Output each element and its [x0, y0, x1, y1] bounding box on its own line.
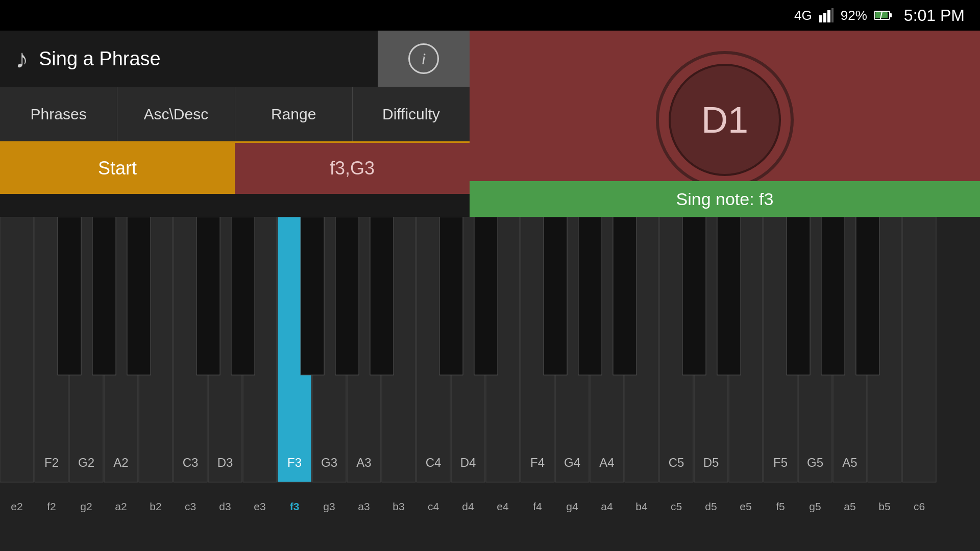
- signal-icon: [819, 8, 834, 22]
- bottom-label-d3: d3: [219, 500, 231, 512]
- piano-key-f#5[interactable]: [787, 217, 810, 375]
- status-icons: 4G 92% 5:01 PM: [794, 6, 965, 25]
- piano-area: // This will be rendered below via JS F2…: [0, 217, 980, 551]
- bottom-label-e4: e4: [497, 500, 509, 512]
- bottom-label-f5: f5: [776, 500, 785, 512]
- tab-difficulty[interactable]: Difficulty: [353, 87, 470, 141]
- svg-rect-5: [890, 13, 892, 17]
- bottom-label-e2: e2: [11, 500, 22, 512]
- bottom-label-f3: f3: [290, 500, 300, 512]
- status-bar: 4G 92% 5:01 PM: [0, 0, 980, 31]
- info-icon: i: [408, 43, 439, 74]
- start-button[interactable]: Start: [0, 143, 235, 194]
- bottom-label-b5: b5: [878, 500, 890, 512]
- phrase-display: f3,G3: [235, 143, 470, 194]
- key-label-a4: A4: [599, 456, 614, 469]
- key-label-a2: A2: [113, 456, 128, 469]
- piano-key-d#5[interactable]: [717, 217, 741, 375]
- app-title: Sing a Phrase: [39, 48, 161, 70]
- tab-phrases[interactable]: Phrases: [0, 87, 117, 141]
- key-label-g4: G4: [564, 456, 580, 469]
- piano-keyboard: // This will be rendered below via JS F2…: [0, 217, 980, 523]
- key-label-c3: C3: [183, 456, 199, 469]
- bottom-label-a3: a3: [358, 500, 370, 512]
- piano-key-g#5[interactable]: [821, 217, 845, 375]
- bottom-label-b3: b3: [393, 500, 404, 512]
- control-row: Start f3,G3: [0, 143, 470, 194]
- piano-key-c#4[interactable]: [439, 217, 463, 375]
- key-label-f4: F4: [530, 456, 545, 469]
- piano-key-c#3[interactable]: [197, 217, 220, 375]
- piano-key-e2[interactable]: [0, 217, 34, 482]
- key-label-a3: A3: [356, 456, 371, 469]
- piano-key-g#3[interactable]: [335, 217, 359, 375]
- bottom-label-d5: d5: [705, 500, 717, 512]
- bottom-label-e5: e5: [740, 500, 751, 512]
- sing-note-text: Sing note: f3: [676, 189, 774, 209]
- key-label-f2: F2: [44, 456, 59, 469]
- bottom-label-a5: a5: [844, 500, 855, 512]
- piano-key-a#3[interactable]: [370, 217, 394, 375]
- bottom-label-a2: a2: [115, 500, 127, 512]
- bottom-label-f4: f4: [533, 500, 542, 512]
- bottom-label-g2: g2: [80, 500, 92, 512]
- svg-rect-1: [823, 13, 826, 22]
- piano-key-a#4[interactable]: [613, 217, 636, 375]
- d1-inner: D1: [669, 64, 781, 176]
- sing-note-bar: Sing note: f3: [470, 181, 980, 217]
- phrase-text: f3,G3: [330, 158, 375, 179]
- bottom-label-b2: b2: [150, 500, 161, 512]
- network-indicator: 4G: [794, 8, 812, 23]
- bottom-label-c3: c3: [185, 500, 196, 512]
- piano-key-f#3[interactable]: [301, 217, 324, 375]
- piano-key-g#2[interactable]: [92, 217, 116, 375]
- bottom-label-g4: g4: [566, 500, 578, 512]
- svg-rect-2: [827, 10, 830, 22]
- bottom-label-f2: f2: [47, 500, 56, 512]
- bottom-label-e3: e3: [254, 500, 265, 512]
- key-label-c4: C4: [426, 456, 442, 469]
- battery-icon: [874, 10, 892, 20]
- svg-rect-3: [831, 8, 834, 22]
- nav-tabs: Phrases Asc\Desc Range Difficulty: [0, 87, 470, 143]
- music-icon: ♪: [15, 43, 29, 74]
- piano-key-a#2[interactable]: [127, 217, 151, 375]
- svg-rect-0: [819, 15, 822, 22]
- bottom-label-c4: c4: [428, 500, 439, 512]
- info-button[interactable]: i: [378, 31, 470, 87]
- key-label-f5: F5: [773, 456, 788, 469]
- bottom-label-g5: g5: [809, 500, 821, 512]
- bottom-label-c5: c5: [671, 500, 682, 512]
- bottom-label-g3: g3: [323, 500, 335, 512]
- d1-circle: D1: [656, 51, 794, 189]
- key-label-d5: D5: [703, 456, 719, 469]
- bottom-label-b4: b4: [635, 500, 648, 512]
- clock: 5:01 PM: [904, 6, 965, 25]
- note-display: D1: [701, 99, 748, 141]
- key-label-g3: G3: [321, 456, 337, 469]
- piano-key-d#3[interactable]: [231, 217, 255, 375]
- key-label-d3: D3: [217, 456, 233, 469]
- piano-key-c#5[interactable]: [682, 217, 706, 375]
- key-label-d4: D4: [460, 456, 476, 469]
- bottom-label-c6: c6: [914, 500, 925, 512]
- piano-key-d#4[interactable]: [474, 217, 498, 375]
- piano-key-f#4[interactable]: [544, 217, 567, 375]
- key-label-g2: G2: [78, 456, 94, 469]
- piano-key-f#2[interactable]: [58, 217, 81, 375]
- key-label-g5: G5: [807, 456, 823, 469]
- key-label-a5: A5: [842, 456, 857, 469]
- bottom-label-a4: a4: [601, 500, 613, 512]
- key-label-c5: C5: [669, 456, 684, 469]
- battery-indicator: 92%: [841, 8, 867, 23]
- tab-asc-desc[interactable]: Asc\Desc: [117, 87, 235, 141]
- piano-key-c6[interactable]: [902, 217, 936, 482]
- piano-key-g#4[interactable]: [578, 217, 602, 375]
- start-label: Start: [98, 158, 137, 179]
- key-label-f3: F3: [287, 456, 302, 469]
- piano-key-a#5[interactable]: [856, 217, 879, 375]
- tab-range[interactable]: Range: [235, 87, 353, 141]
- bottom-label-d4: d4: [462, 500, 474, 512]
